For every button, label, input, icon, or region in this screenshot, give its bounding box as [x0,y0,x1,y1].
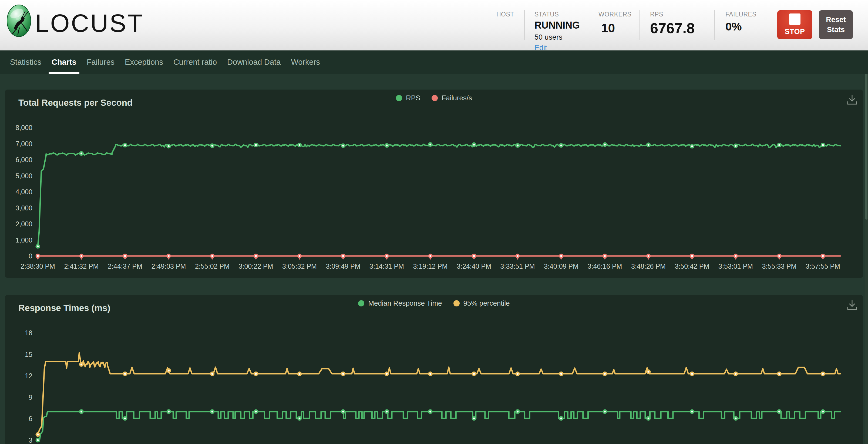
series-line-95-percentile [38,353,840,435]
status-value: RUNNING [534,20,580,31]
legend-label: Median Response Time [368,299,442,308]
scrollbar-thumb[interactable] [865,52,867,219]
y-axis-tick-label: 3,000 [7,204,32,212]
rps-label: RPS [650,11,694,18]
download-icon[interactable] [846,93,858,106]
legend-item-median[interactable]: Median Response Time [358,299,442,308]
y-axis-tick-label: 2,000 [7,220,32,228]
rps-chart-card: Total Requests per Second RPS Failures/s… [5,90,863,278]
x-axis-tick-label: 2:41:32 PM [58,262,105,270]
tab-charts[interactable]: Charts [49,50,80,74]
host-stat: HOST [496,11,514,18]
download-icon[interactable] [846,299,858,311]
x-axis-tick-label: 3:55:33 PM [756,262,803,270]
legend-dot-red [432,95,438,101]
y-axis-tick-label: 8,000 [7,124,32,132]
stop-button[interactable]: STOP [777,10,812,39]
host-label: HOST [496,11,514,18]
y-axis-tick-label: 15 [7,350,32,358]
legend-item-failures[interactable]: Failures/s [432,94,472,102]
status-user-count: 50 users [534,33,580,41]
legend-label: RPS [406,94,420,102]
reset-stats-label: Reset Stats [823,15,849,35]
series-line-rps [38,144,840,246]
edit-link[interactable]: Edit [534,44,547,52]
x-axis-tick-label: 2:44:37 PM [101,262,149,270]
x-axis-tick-label: 3:33:51 PM [494,262,541,270]
status-stat: STATUS RUNNING 50 users Edit [534,11,580,52]
workers-stat: WORKERS 10 [598,11,631,35]
series-line-median-response-time [38,412,840,440]
workers-value: 10 [601,21,631,35]
stat-divider [639,10,640,40]
x-axis-tick-label: 3:40:09 PM [537,262,585,270]
x-axis-tick-label: 3:57:55 PM [799,262,847,270]
failures-label: FAILURES [725,11,756,18]
tab-workers[interactable]: Workers [288,50,323,74]
y-axis-tick-label: 9 [7,393,32,401]
stop-icon [789,13,801,25]
scrollbar-track [865,50,868,444]
x-axis-tick-label: 3:50:42 PM [669,262,716,270]
x-axis-tick-label: 3:53:01 PM [712,262,760,270]
tab-statistics[interactable]: Statistics [7,50,44,74]
app-title: LOCUST [35,7,144,39]
y-axis-tick-label: 0 [7,252,32,260]
workers-label: WORKERS [598,11,631,18]
tab-current-ratio[interactable]: Current ratio [170,50,220,74]
response-times-chart-card: Response Times (ms) Median Response Time… [5,295,863,444]
rps-stat: RPS 6767.8 [650,11,694,36]
x-axis-tick-label: 3:46:16 PM [581,262,629,270]
y-axis-tick-label: 5,000 [7,172,32,180]
y-axis-tick-label: 4,000 [7,188,32,196]
y-axis-tick-label: 18 [7,329,32,337]
legend-label: Failures/s [441,94,472,102]
x-axis-tick-label: 3:24:40 PM [450,262,498,270]
y-axis-tick-label: 6 [7,415,32,423]
main-nav: Statistics Charts Failures Exceptions Cu… [0,50,868,74]
stat-divider [524,10,525,40]
legend-item-p95[interactable]: 95% percentile [454,299,510,308]
x-axis-tick-label: 3:14:31 PM [363,262,410,270]
x-axis-tick-label: 3:09:49 PM [319,262,367,270]
stop-button-label: STOP [784,28,805,36]
y-axis-tick-label: 7,000 [7,140,32,148]
legend-dot-yellow [454,300,460,306]
chart-legend: Median Response Time 95% percentile [5,299,863,308]
x-axis-tick-label: 2:38:30 PM [14,262,62,270]
legend-label: 95% percentile [463,299,510,308]
x-axis-tick-label: 2:55:02 PM [188,262,236,270]
tab-exceptions[interactable]: Exceptions [122,50,166,74]
tab-failures[interactable]: Failures [84,50,118,74]
reset-stats-button[interactable]: Reset Stats [819,10,853,39]
tab-download-data[interactable]: Download Data [224,50,284,74]
y-axis-tick-label: 3 [7,436,32,444]
failures-stat: FAILURES 0% [725,11,756,33]
x-axis-tick-label: 3:48:26 PM [625,262,672,270]
failures-value: 0% [725,20,756,33]
stat-divider [714,10,715,40]
legend-dot-green [396,95,402,101]
rps-value: 6767.8 [650,20,694,36]
locust-logo-icon [6,4,31,37]
y-axis-tick-label: 12 [7,372,32,380]
legend-item-rps[interactable]: RPS [396,94,420,102]
x-axis-tick-label: 2:49:03 PM [145,262,192,270]
y-axis-tick-label: 6,000 [7,156,32,164]
stat-divider [586,10,586,40]
x-axis-tick-label: 3:00:22 PM [232,262,280,270]
chart-legend: RPS Failures/s [5,94,863,102]
legend-dot-green [358,300,364,306]
status-label: STATUS [534,11,580,18]
y-axis-tick-label: 1,000 [7,236,32,244]
x-axis-tick-label: 3:05:32 PM [276,262,323,270]
x-axis-tick-label: 3:19:12 PM [407,262,454,270]
app-header: LOCUST HOST STATUS RUNNING 50 users Edit… [0,0,868,50]
